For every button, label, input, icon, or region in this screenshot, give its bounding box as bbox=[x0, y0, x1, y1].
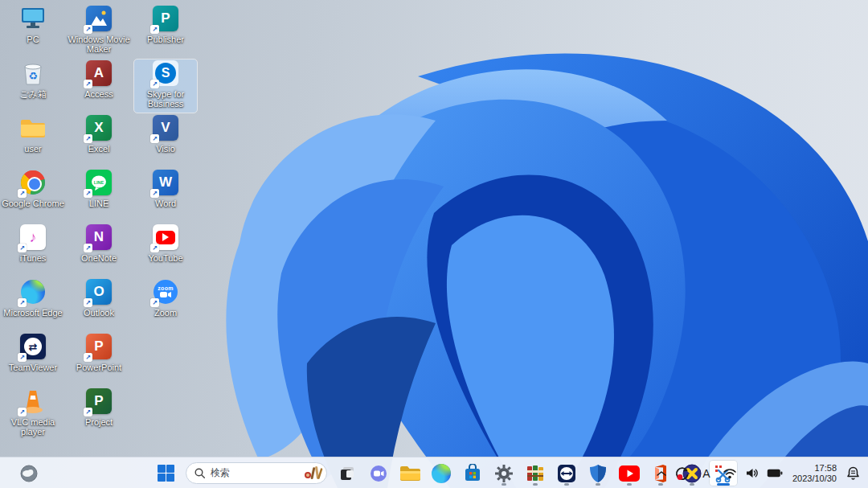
notification-center-button[interactable] bbox=[843, 461, 863, 486]
desktop-icon-publisher[interactable]: P↗ Publisher bbox=[134, 5, 197, 58]
winrar-icon bbox=[526, 464, 545, 483]
wifi-icon bbox=[723, 468, 737, 479]
shortcut-arrow-icon: ↗ bbox=[84, 353, 92, 362]
word-icon: W↗ bbox=[152, 169, 179, 196]
shortcut-arrow-icon: ↗ bbox=[84, 244, 92, 252]
zoom-icon: zoom ↗ bbox=[152, 278, 179, 306]
desktop-icon-movie-maker[interactable]: ↗ Windows Movie Maker bbox=[68, 5, 130, 58]
shortcut-arrow-icon: ↗ bbox=[150, 298, 159, 307]
desktop-icon-label: Microsoft Edge bbox=[3, 308, 62, 318]
settings-button[interactable] bbox=[489, 460, 518, 486]
desktop-icon-recycle-bin[interactable]: ♻ ごみ箱 bbox=[2, 59, 64, 113]
desktop-icon-access[interactable]: A↗ Access bbox=[68, 59, 130, 113]
file-explorer-icon bbox=[399, 465, 420, 482]
shortcut-arrow-icon: ↗ bbox=[18, 353, 27, 362]
sync-record-tray-button[interactable] bbox=[671, 461, 694, 486]
youtube-icon bbox=[619, 465, 640, 482]
edge-taskbar-button[interactable] bbox=[427, 460, 456, 486]
movie-maker-icon: ↗ bbox=[85, 5, 113, 32]
desktop-icon-vlc[interactable]: ↗ VLC media player bbox=[2, 388, 64, 441]
vlc-cone-icon: ↗ bbox=[19, 388, 47, 415]
shortcut-arrow-icon: ↗ bbox=[150, 134, 159, 143]
desktop-icon-project[interactable]: P↗ Project bbox=[68, 388, 130, 441]
desktop-icon-itunes[interactable]: ♪↗ iTunes bbox=[2, 223, 64, 277]
windows-logo-icon bbox=[158, 465, 174, 482]
wallpaper-bloom bbox=[0, 0, 868, 488]
desktop-icon-powerpoint[interactable]: P↗ PowerPoint bbox=[68, 333, 130, 386]
desktop-icon-excel[interactable]: X↗ Excel bbox=[68, 114, 130, 167]
youtube-taskbar-button[interactable] bbox=[615, 460, 644, 486]
desktop-icon-youtube[interactable]: ↗ YouTube bbox=[134, 223, 197, 277]
desktop-icon-skype-for-business[interactable]: S↗ Skype for Business bbox=[134, 59, 197, 113]
taskbar: 検索 bbox=[0, 457, 868, 488]
battery-button[interactable] bbox=[764, 461, 786, 486]
widgets-weather-icon[interactable] bbox=[13, 461, 45, 486]
tray-time: 17:58 bbox=[792, 463, 837, 474]
teamviewer-icon: ⇄↗ bbox=[19, 333, 47, 360]
desktop-icon-onenote[interactable]: N↗ OneNote bbox=[68, 223, 130, 277]
chat-teams-button[interactable] bbox=[364, 460, 393, 486]
desktop-icon-line[interactable]: LINE ↗ LINE bbox=[68, 169, 130, 222]
start-button[interactable] bbox=[151, 460, 180, 486]
excel-icon: X↗ bbox=[85, 114, 113, 141]
line-icon: LINE ↗ bbox=[85, 169, 113, 196]
itunes-icon: ♪↗ bbox=[19, 223, 47, 251]
powerpoint-icon: P↗ bbox=[85, 333, 113, 360]
tray-date: 2023/10/30 bbox=[792, 474, 837, 484]
desktop-icon-label: OneNote bbox=[81, 253, 117, 263]
teamviewer-taskbar-button[interactable] bbox=[552, 460, 581, 486]
desktop-icon-label: VLC media player bbox=[2, 417, 64, 437]
running-indicator bbox=[564, 483, 569, 486]
desktop-icon-label: Access bbox=[84, 89, 113, 99]
pc-icon bbox=[19, 5, 47, 32]
desktop-icon-label: Windows Movie Maker bbox=[68, 35, 130, 54]
desktop-icon-label: PC bbox=[27, 35, 39, 44]
shortcut-arrow-icon: ↗ bbox=[150, 244, 159, 252]
shortcut-arrow-icon: ↗ bbox=[150, 25, 159, 34]
desktop-icon-google-chrome[interactable]: ↗ Google Chrome bbox=[2, 169, 64, 222]
shortcut-arrow-icon: ↗ bbox=[84, 298, 92, 307]
windows-security-button[interactable] bbox=[583, 460, 612, 486]
desktop-icon-label: PowerPoint bbox=[76, 363, 121, 372]
ime-mode-button[interactable]: A bbox=[695, 461, 718, 486]
search-box[interactable]: 検索 bbox=[186, 462, 327, 484]
microsoft-store-button[interactable] bbox=[458, 460, 487, 486]
windows-11-desktop: { "wallpaper": { "style": "windows-11-bl… bbox=[0, 0, 868, 488]
desktop-icon-teamviewer[interactable]: ⇄↗ TeamViewer bbox=[2, 333, 64, 386]
shortcut-arrow-icon: ↗ bbox=[150, 80, 159, 88]
desktop-icon-label: Zoom bbox=[154, 308, 177, 318]
desktop-icon-outlook[interactable]: O↗ Outlook bbox=[68, 278, 130, 331]
hidden-icons-chevron[interactable] bbox=[653, 461, 669, 486]
search-highlights-icon bbox=[304, 465, 323, 482]
desktop-icon-label: Outlook bbox=[84, 308, 114, 318]
access-icon: A↗ bbox=[85, 59, 113, 87]
desktop-icon-label: ごみ箱 bbox=[19, 89, 47, 99]
desktop-icon-user-folder[interactable]: user bbox=[2, 114, 64, 167]
shortcut-arrow-icon: ↗ bbox=[18, 298, 27, 307]
desktop-icon-microsoft-edge[interactable]: ↗ Microsoft Edge bbox=[2, 278, 64, 331]
winrar-button[interactable] bbox=[521, 460, 550, 486]
desktop-icon-pc[interactable]: PC bbox=[2, 5, 64, 58]
settings-gear-icon bbox=[494, 464, 514, 483]
task-view-icon bbox=[338, 465, 356, 482]
shortcut-arrow-icon: ↗ bbox=[84, 25, 92, 34]
desktop-icon-label: Project bbox=[85, 417, 113, 427]
network-wifi-button[interactable] bbox=[719, 461, 740, 486]
shortcut-arrow-icon: ↗ bbox=[150, 189, 159, 198]
volume-button[interactable] bbox=[742, 461, 762, 486]
edge-icon: ↗ bbox=[19, 278, 47, 306]
desktop-icon-label: LINE bbox=[89, 199, 108, 208]
file-explorer-button[interactable] bbox=[395, 460, 424, 486]
desktop-icon-zoom[interactable]: zoom ↗ Zoom bbox=[134, 278, 197, 331]
skype-for-business-icon: S↗ bbox=[152, 59, 179, 87]
svg-text:LINE: LINE bbox=[94, 180, 104, 185]
taskbar-center: 検索 bbox=[151, 457, 738, 488]
clock-tray-button[interactable]: 17:58 2023/10/30 bbox=[788, 461, 841, 486]
shortcut-arrow-icon: ↗ bbox=[18, 189, 27, 198]
project-icon: P↗ bbox=[85, 388, 113, 415]
desktop-icon-visio[interactable]: V↗ Visio bbox=[134, 114, 197, 167]
desktop-icon-word[interactable]: W↗ Word bbox=[134, 169, 197, 222]
folder-icon bbox=[19, 114, 47, 141]
task-view-button[interactable] bbox=[333, 460, 362, 486]
outlook-icon: O↗ bbox=[85, 278, 113, 306]
